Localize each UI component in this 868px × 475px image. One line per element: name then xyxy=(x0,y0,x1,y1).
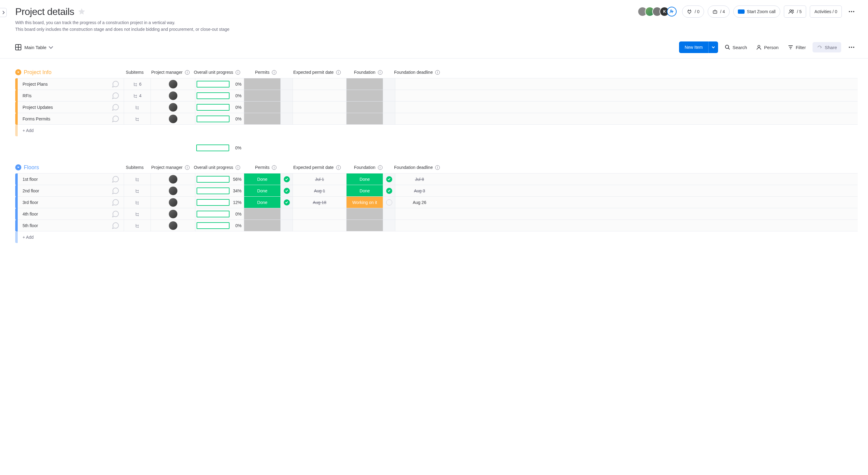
new-item-button[interactable]: New Item xyxy=(679,41,718,53)
add-item-row[interactable]: + Add xyxy=(15,124,858,136)
chat-icon[interactable] xyxy=(112,92,120,100)
cell-project-manager[interactable] xyxy=(151,197,195,208)
cell-expected-permit-date[interactable] xyxy=(292,101,346,113)
info-icon[interactable]: i xyxy=(185,70,190,75)
info-icon[interactable]: i xyxy=(272,165,276,170)
cell-project-manager[interactable] xyxy=(151,113,195,124)
table-row[interactable]: RFIs 4 0% xyxy=(15,90,858,101)
item-name[interactable]: Project Plans xyxy=(23,82,48,87)
cell-expected-permit-date[interactable] xyxy=(292,208,346,219)
cell-foundation-check[interactable] xyxy=(383,220,395,231)
cell-foundation-check[interactable] xyxy=(383,174,395,185)
board-members-avatars[interactable]: K xyxy=(638,7,677,17)
cell-foundation-check[interactable] xyxy=(383,185,395,196)
cell-foundation-deadline[interactable] xyxy=(395,113,444,124)
cell-progress[interactable]: 0% xyxy=(195,90,244,101)
cell-permits-status[interactable]: Done xyxy=(244,185,280,196)
cell-permits-status[interactable] xyxy=(244,101,280,113)
cell-progress[interactable]: 0% xyxy=(195,113,244,124)
cell-project-manager[interactable] xyxy=(151,101,195,113)
toolbar-more-menu[interactable] xyxy=(845,41,858,53)
cell-permits-check[interactable] xyxy=(280,174,292,185)
cell-permits-status[interactable] xyxy=(244,220,280,231)
search-button[interactable]: Search xyxy=(722,43,750,52)
chat-icon[interactable] xyxy=(112,80,120,88)
cell-foundation-deadline[interactable]: Jul 8 xyxy=(395,174,444,185)
collapse-group-button[interactable] xyxy=(15,69,21,75)
chat-icon[interactable] xyxy=(112,115,120,123)
info-icon[interactable]: i xyxy=(435,165,440,170)
item-name[interactable]: 4th floor xyxy=(23,212,38,216)
item-name[interactable]: 3rd floor xyxy=(23,200,38,205)
cell-expected-permit-date[interactable] xyxy=(292,220,346,231)
table-row[interactable]: 4th floor 0% xyxy=(15,208,858,219)
cell-expected-permit-date[interactable]: Aug 1 xyxy=(292,185,346,196)
cell-expected-permit-date[interactable]: Aug 18 xyxy=(292,197,346,208)
cell-progress[interactable]: 0% xyxy=(195,78,244,90)
cell-foundation-status[interactable] xyxy=(346,78,383,90)
col-foundation-deadline[interactable]: Foundation deadline i xyxy=(393,66,441,78)
info-icon[interactable]: i xyxy=(236,70,240,75)
board-more-menu[interactable] xyxy=(845,5,858,18)
col-foundation[interactable]: Foundation i xyxy=(344,66,393,78)
cell-foundation-check[interactable] xyxy=(383,113,395,124)
expand-sidebar-button[interactable] xyxy=(0,8,7,17)
table-row[interactable]: Project Plans 6 0% xyxy=(15,78,858,90)
info-icon[interactable]: i xyxy=(378,165,382,170)
cell-foundation-status[interactable]: Done xyxy=(346,174,383,185)
cell-progress[interactable]: 0% xyxy=(195,208,244,219)
members-count-button[interactable]: / 5 xyxy=(784,5,806,18)
cell-foundation-check[interactable] xyxy=(383,208,395,219)
cell-progress[interactable]: 12% xyxy=(195,197,244,208)
item-name[interactable]: 5th floor xyxy=(23,223,38,228)
info-icon[interactable]: i xyxy=(336,70,341,75)
col-subitems[interactable]: Subitems xyxy=(121,161,148,173)
favorite-star-icon[interactable] xyxy=(78,8,86,16)
cell-foundation-deadline[interactable]: Aug 26 xyxy=(395,197,444,208)
cell-project-manager[interactable] xyxy=(151,208,195,219)
cell-progress[interactable]: 0% xyxy=(195,101,244,113)
cell-foundation-check[interactable] xyxy=(383,78,395,90)
col-expected-permit-date[interactable]: Expected permit date i xyxy=(290,66,344,78)
col-permits[interactable]: Permits i xyxy=(241,161,290,173)
cell-subitems[interactable] xyxy=(124,113,151,124)
add-item-row[interactable]: + Add xyxy=(15,231,858,243)
cell-foundation-status[interactable]: Done xyxy=(346,185,383,196)
cell-subitems[interactable]: 6 xyxy=(124,78,151,90)
group-title[interactable]: Floors xyxy=(24,164,39,171)
cell-permits-check[interactable] xyxy=(280,90,292,101)
item-name[interactable]: 2nd floor xyxy=(23,188,39,193)
col-foundation-deadline[interactable]: Foundation deadline i xyxy=(393,161,441,173)
filter-button[interactable]: Filter xyxy=(785,43,808,52)
table-row[interactable]: 5th floor 0% xyxy=(15,219,858,231)
cell-foundation-deadline[interactable] xyxy=(395,220,444,231)
cell-subitems[interactable]: 4 xyxy=(124,90,151,101)
cell-foundation-status[interactable] xyxy=(346,208,383,219)
chat-icon[interactable] xyxy=(112,210,120,218)
info-icon[interactable]: i xyxy=(272,70,276,75)
cell-foundation-deadline[interactable] xyxy=(395,208,444,219)
cell-subitems[interactable] xyxy=(124,101,151,113)
cell-progress[interactable]: 34% xyxy=(195,185,244,196)
cell-permits-status[interactable] xyxy=(244,113,280,124)
start-zoom-button[interactable]: Start Zoom call xyxy=(733,5,780,18)
cell-permits-check[interactable] xyxy=(280,197,292,208)
cell-foundation-status[interactable] xyxy=(346,113,383,124)
table-row[interactable]: 3rd floor 12% Done Aug 18 Working on it … xyxy=(15,196,858,208)
cell-expected-permit-date[interactable] xyxy=(292,113,346,124)
info-icon[interactable]: i xyxy=(236,165,240,170)
info-icon[interactable]: i xyxy=(185,165,190,170)
info-icon[interactable]: i xyxy=(378,70,382,75)
cell-project-manager[interactable] xyxy=(151,78,195,90)
chat-icon[interactable] xyxy=(112,221,120,230)
chat-icon[interactable] xyxy=(112,199,120,206)
view-selector[interactable]: Main Table xyxy=(15,44,53,50)
chat-icon[interactable] xyxy=(112,187,120,195)
cell-permits-check[interactable] xyxy=(280,208,292,219)
col-progress[interactable]: Overall unit progress i xyxy=(193,161,241,173)
col-project-manager[interactable]: Project manager i xyxy=(148,66,193,78)
group-title[interactable]: Project Info xyxy=(24,69,52,76)
cell-permits-status[interactable]: Done xyxy=(244,197,280,208)
item-name[interactable]: Forms Permits xyxy=(23,116,50,121)
cell-foundation-check[interactable] xyxy=(383,197,395,208)
